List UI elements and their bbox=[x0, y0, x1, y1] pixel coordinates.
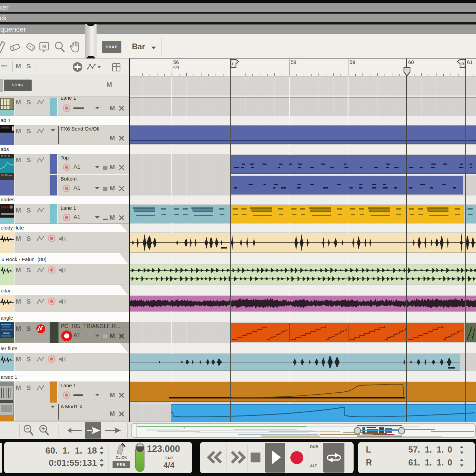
svg-text:L: L bbox=[232, 62, 235, 66]
svg-text:M: M bbox=[42, 44, 46, 49]
svg-text:R: R bbox=[461, 62, 464, 66]
